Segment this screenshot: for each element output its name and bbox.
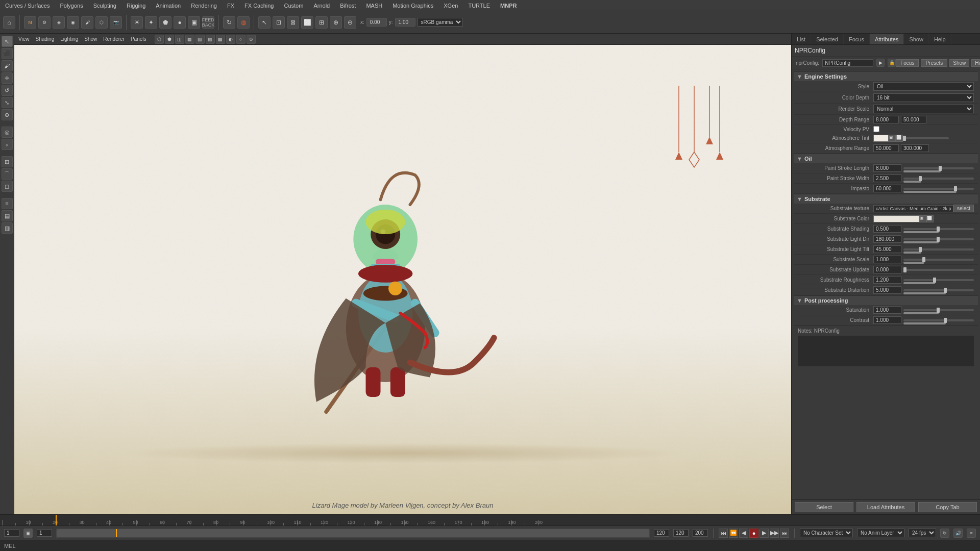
focus-button[interactable]: Focus (896, 59, 919, 67)
copy-tab-button[interactable]: Copy Tab (918, 502, 977, 512)
pb-go-start-btn[interactable]: ⏮ (719, 529, 728, 538)
toolbar-mnpr-style-icon[interactable]: M (24, 16, 36, 29)
paint-stroke-width-input[interactable] (873, 174, 901, 182)
vp-menu-show[interactable]: Show (82, 36, 99, 42)
tab-selected[interactable]: Selected (811, 34, 844, 44)
toolbar-proc-icon[interactable]: ⬡ (95, 16, 108, 29)
pb-record-btn[interactable]: ● (749, 529, 758, 538)
playback-settings-btn[interactable]: ≡ (967, 529, 976, 538)
end-frame-input[interactable] (693, 529, 708, 537)
substrate-distortion-slider[interactable] (903, 289, 974, 291)
tool-rotate[interactable]: ↺ (2, 85, 13, 96)
toolbar-ipr-icon[interactable]: FEED BACK (202, 16, 214, 29)
substrate-texture-input[interactable] (873, 205, 953, 212)
menu-custom[interactable]: Custom (279, 3, 309, 9)
playback-range-bar[interactable] (56, 529, 650, 538)
vp-icon-10[interactable]: ⊙ (247, 35, 256, 44)
vp-icon-7[interactable]: ▩ (216, 35, 225, 44)
substrate-roughness-input[interactable] (873, 276, 901, 284)
npr-config-node-input[interactable] (822, 59, 873, 67)
saturation-input[interactable] (873, 306, 901, 314)
tab-attributes[interactable]: Attributes (870, 34, 904, 44)
toolbar-pigment-icon[interactable]: ◉ (67, 16, 79, 29)
tool-display-layers[interactable]: ≡ (2, 198, 13, 209)
menu-mnpr[interactable]: MNPR (495, 3, 522, 9)
toolbar-render-icon[interactable]: 📷 (110, 16, 122, 29)
tool-paint[interactable]: 🖌 (2, 60, 13, 71)
toolbar-deform-icon[interactable]: ⬟ (159, 16, 172, 29)
menu-curves-surfaces[interactable]: Curves / Surfaces (0, 3, 55, 9)
vp-icon-5[interactable]: ▧ (195, 35, 205, 44)
tool-lasso[interactable]: ⬛ (2, 48, 13, 59)
substrate-scale-input[interactable] (873, 256, 901, 263)
menu-sculpting[interactable]: Sculpting (88, 3, 121, 9)
post-processing-section[interactable]: ▼ Post processing (794, 295, 978, 305)
substrate-color-picker-btn[interactable]: ⬜ (926, 215, 934, 222)
substrate-shading-input[interactable] (873, 225, 901, 233)
current-frame-start-input[interactable] (37, 529, 52, 537)
fps-dropdown[interactable]: 24 fps (909, 529, 936, 537)
atmosphere-tint-slider[interactable] (903, 137, 949, 139)
toolbar-measure-icon[interactable]: ⊖ (344, 16, 356, 29)
npr-config-lock-icon[interactable]: 🔒 (888, 59, 896, 67)
contrast-input[interactable] (873, 316, 901, 324)
menu-motion-graphics[interactable]: Motion Graphics (387, 3, 438, 9)
tab-focus[interactable]: Focus (844, 34, 870, 44)
toolbar-color-icon[interactable]: ◍ (237, 16, 250, 29)
menu-turtle[interactable]: TURTLE (463, 3, 495, 9)
presets-button[interactable]: Presets (921, 59, 947, 67)
substrate-distortion-input[interactable] (873, 286, 901, 294)
color-depth-dropdown[interactable]: 16 bit (873, 93, 974, 102)
substrate-light-tilt-input[interactable] (873, 245, 901, 253)
vp-menu-panels[interactable]: Panels (129, 36, 149, 42)
cmd-input[interactable] (20, 543, 976, 548)
toolbar-home-icon[interactable]: ⌂ (3, 16, 15, 29)
paint-stroke-length-slider[interactable] (903, 167, 974, 169)
menu-fx-caching[interactable]: FX Caching (239, 3, 279, 9)
tab-list[interactable]: List (792, 34, 811, 44)
menu-rigging[interactable]: Rigging (121, 3, 151, 9)
menu-xgen[interactable]: XGen (438, 3, 463, 9)
substrate-update-input[interactable] (873, 266, 901, 273)
menu-polygons[interactable]: Polygons (55, 3, 88, 9)
show-button[interactable]: Show (949, 59, 969, 67)
tool-scale[interactable]: ⤡ (2, 97, 13, 108)
substrate-shading-slider[interactable] (903, 228, 974, 230)
menu-animation[interactable]: Animation (151, 3, 186, 9)
substrate-update-slider[interactable] (903, 269, 974, 271)
toolbar-snap-icon[interactable]: ⊕ (330, 16, 342, 29)
vp-icon-6[interactable]: ▨ (206, 35, 215, 44)
style-dropdown[interactable]: Oil (873, 82, 974, 91)
substrate-roughness-slider[interactable] (903, 279, 974, 281)
range-end-input[interactable] (654, 529, 669, 537)
vp-icon-8[interactable]: ◐ (226, 35, 235, 44)
paint-stroke-width-slider[interactable] (903, 178, 974, 180)
substrate-color-swatch[interactable] (873, 215, 919, 222)
substrate-scale-slider[interactable] (903, 259, 974, 261)
substrate-texture-select-btn[interactable]: select (953, 205, 974, 212)
substrate-section[interactable]: ▼ Substrate (794, 194, 978, 204)
vp-icon-9[interactable]: ○ (236, 35, 246, 44)
vp-icon-1[interactable]: ⬡ (155, 35, 164, 44)
contrast-slider[interactable] (903, 319, 974, 321)
tool-soft-select[interactable]: ◎ (2, 127, 13, 138)
start-frame-input[interactable] (4, 529, 19, 537)
saturation-slider[interactable] (903, 309, 974, 311)
tool-snap-grid[interactable]: ⊞ (2, 156, 13, 167)
audio-btn[interactable]: 🔊 (953, 529, 963, 538)
toolbar-paint-icon[interactable]: 🖌 (81, 16, 93, 29)
notes-content[interactable] (798, 336, 974, 366)
atmosphere-tint-color[interactable] (873, 135, 889, 142)
vp-icon-2[interactable]: ⬢ (165, 35, 174, 44)
select-button[interactable]: Select (795, 502, 853, 512)
toolbar-conf-icon[interactable]: ⚙ (38, 16, 51, 29)
coord-x-input[interactable] (366, 18, 387, 27)
npr-config-arrow-icon[interactable]: ▶ (876, 59, 885, 67)
tool-snap-surface[interactable]: ◻ (2, 181, 13, 192)
tool-snap-curve[interactable]: ⌒ (2, 168, 13, 180)
toolbar-ming-icon[interactable]: ◈ (53, 16, 65, 29)
menu-rendering[interactable]: Rendering (186, 3, 222, 9)
vp-menu-renderer[interactable]: Renderer (101, 36, 127, 42)
vp-menu-view[interactable]: View (16, 36, 32, 42)
tool-move[interactable]: ✛ (2, 72, 13, 84)
